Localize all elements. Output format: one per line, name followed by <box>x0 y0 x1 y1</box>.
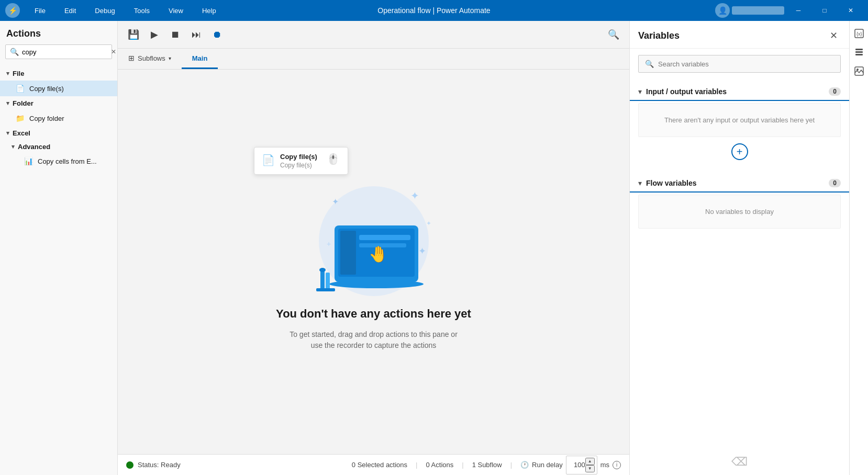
run-delay-stepper: ▲ ▼ <box>585 458 595 472</box>
action-copy-folder-label: Copy folder <box>29 115 64 122</box>
user-avatar: 👤 <box>715 3 730 18</box>
chevron-file-icon: ▾ <box>6 70 9 77</box>
vars-search-icon: 🔍 <box>645 60 654 68</box>
vars-header-right: ✕ <box>826 28 841 43</box>
svg-text:{x}: {x} <box>856 31 862 37</box>
run-delay-input-group: 100 ▲ ▼ <box>566 456 597 474</box>
input-output-empty-message: There aren't any input or output variabl… <box>638 103 841 137</box>
input-output-count-badge: 0 <box>829 87 841 96</box>
actions-search-box[interactable]: 🔍 ✕ <box>5 44 112 59</box>
status-indicator <box>126 461 133 469</box>
status-right: 0 Selected actions | 0 Actions | 1 Subfl… <box>352 456 621 474</box>
category-excel[interactable]: ▾ Excel <box>0 126 117 140</box>
variables-header: Variables ✕ <box>630 21 849 49</box>
input-output-section-header[interactable]: ▾ Input / output variables 0 <box>630 83 849 101</box>
run-delay-value[interactable]: 100 <box>570 461 585 469</box>
variables-title: Variables <box>638 30 680 41</box>
chevron-input-output-icon: ▾ <box>638 87 642 96</box>
run-button[interactable]: ▶ <box>145 25 164 44</box>
toolbar: 💾 ▶ ⏹ ⏭ ⏺ 🔍 <box>118 21 629 49</box>
menu-view[interactable]: View <box>164 5 187 17</box>
svg-rect-22 <box>855 54 863 55</box>
save-button[interactable]: 💾 <box>124 25 143 44</box>
subflows-icon: ⊞ <box>128 54 135 62</box>
actions-panel-header: Actions <box>0 21 117 44</box>
close-button[interactable]: ✕ <box>839 0 863 21</box>
svg-point-13 <box>329 280 424 288</box>
actions-panel: Actions 🔍 ✕ ▾ File 📄 Copy file(s) ▾ Fold… <box>0 21 118 475</box>
action-copy-cells[interactable]: 📊 Copy cells from E... <box>0 153 117 169</box>
selected-actions-count: 0 Selected actions <box>352 461 407 469</box>
variables-close-button[interactable]: ✕ <box>826 28 841 43</box>
menu-help[interactable]: Help <box>198 5 220 17</box>
action-copy-files[interactable]: 📄 Copy file(s) <box>0 81 117 96</box>
maximize-button[interactable]: □ <box>813 0 837 21</box>
category-file[interactable]: ▾ File <box>0 66 117 81</box>
action-card-title: Copy file(s) <box>280 153 317 161</box>
category-file-label: File <box>13 70 24 77</box>
flow-variables-section: ▾ Flow variables 0 No variables to displ… <box>630 175 849 231</box>
svg-rect-14 <box>320 270 325 290</box>
tab-subflows[interactable]: ⊞ Subflows ▾ <box>118 49 182 69</box>
run-delay-info-icon[interactable]: i <box>613 461 621 469</box>
variables-search-box[interactable]: 🔍 <box>638 55 841 73</box>
window-title: Operational flow | Power Automate <box>377 6 490 15</box>
user-name-blur <box>732 6 784 15</box>
menu-debug[interactable]: Debug <box>91 5 119 17</box>
app-body: Actions 🔍 ✕ ▾ File 📄 Copy file(s) ▾ Fold… <box>0 21 868 475</box>
tabs-bar: ⊞ Subflows ▾ Main <box>118 49 629 70</box>
menu-edit[interactable]: Edit <box>60 5 80 17</box>
tab-subflows-label: Subflows <box>138 54 165 62</box>
variables-search-input[interactable] <box>658 60 834 68</box>
record-button[interactable]: ⏺ <box>208 25 227 44</box>
clear-search-button[interactable]: ✕ <box>110 47 117 56</box>
action-hover-card: 📄 Copy file(s) Copy file(s) 🖱️ <box>254 147 348 175</box>
layers-icon-button[interactable] <box>851 44 867 61</box>
action-copy-folder[interactable]: 📁 Copy folder <box>0 110 117 126</box>
empty-state-subtitle: To get started, drag and drop actions to… <box>285 329 463 351</box>
flow-empty-message: No variables to display <box>638 195 841 229</box>
svg-rect-15 <box>326 273 330 290</box>
toolbar-left: 💾 ▶ ⏹ ⏭ ⏺ <box>124 25 227 44</box>
actions-search-input[interactable] <box>22 48 110 56</box>
image-icon-button[interactable] <box>851 63 867 80</box>
separator-1: | <box>416 461 417 469</box>
titlebar-right: 👤 ─ □ ✕ <box>715 0 863 21</box>
svg-text:✦: ✦ <box>410 190 419 201</box>
eraser-area: ⌫ <box>630 235 849 475</box>
flow-section-header[interactable]: ▾ Flow variables 0 <box>630 175 849 193</box>
menu-file[interactable]: File <box>30 5 50 17</box>
add-input-output-variable-button[interactable]: + <box>731 143 748 160</box>
action-tree: ▾ File 📄 Copy file(s) ▾ Folder 📁 Copy fo… <box>0 64 117 475</box>
search-button[interactable]: 🔍 <box>604 25 623 44</box>
run-delay-unit: ms <box>600 461 609 469</box>
titlebar: ⚡ File Edit Debug Tools View Help Operat… <box>0 0 868 21</box>
menu-tools[interactable]: Tools <box>130 5 154 17</box>
svg-text:✦: ✦ <box>418 246 426 256</box>
run-delay-group: 🕐 Run delay 100 ▲ ▼ ms i <box>520 456 621 474</box>
canvas[interactable]: 📄 Copy file(s) Copy file(s) 🖱️ ✦ ✦ <box>118 70 629 454</box>
tab-main[interactable]: Main <box>182 49 218 69</box>
minimize-button[interactable]: ─ <box>786 0 810 21</box>
empty-state: ✦ ✦ ✦ + ✦ ✦ <box>276 173 471 351</box>
app-icon: ⚡ <box>5 3 20 18</box>
run-delay-label: Run delay <box>532 461 563 469</box>
empty-illustration: ✦ ✦ ✦ + ✦ ✦ <box>301 173 447 299</box>
next-step-button[interactable]: ⏭ <box>187 25 206 44</box>
subcategory-advanced[interactable]: ▾ Advanced <box>0 140 117 153</box>
svg-point-17 <box>319 268 326 272</box>
run-delay-down-button[interactable]: ▼ <box>585 465 595 472</box>
svg-rect-16 <box>316 288 335 291</box>
input-output-variables-section: ▾ Input / output variables 0 There aren'… <box>630 83 849 166</box>
run-delay-up-button[interactable]: ▲ <box>585 458 595 465</box>
search-icon: 🔍 <box>10 48 19 56</box>
chevron-flow-icon: ▾ <box>638 179 642 187</box>
stop-button[interactable]: ⏹ <box>166 25 185 44</box>
category-folder[interactable]: ▾ Folder <box>0 96 117 110</box>
svg-rect-9 <box>340 231 356 275</box>
variables-panel-icon-button[interactable]: {x} <box>851 25 867 42</box>
svg-rect-21 <box>855 51 863 53</box>
subcategory-advanced-label: Advanced <box>18 143 50 151</box>
titlebar-left: ⚡ File Edit Debug Tools View Help <box>5 3 220 18</box>
chevron-excel-icon: ▾ <box>6 130 9 137</box>
